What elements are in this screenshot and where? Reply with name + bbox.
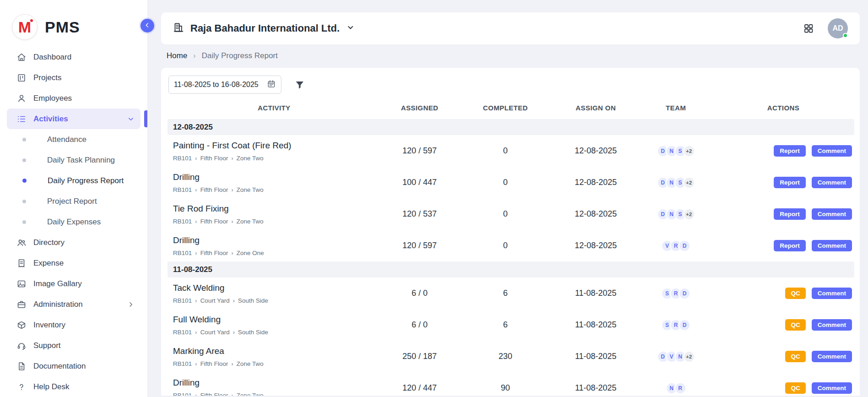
company-selector[interactable]: Raja Bahadur International Ltd. bbox=[173, 22, 355, 35]
team-more-badge: +2 bbox=[683, 351, 695, 363]
support-icon bbox=[16, 340, 27, 351]
activity-path: RB101›Court Yard›South Side bbox=[173, 329, 381, 336]
path-segment: Fifth Floor bbox=[200, 186, 228, 193]
sidebar-subitem-project-report[interactable]: Project Report bbox=[7, 191, 140, 212]
col-actions: ACTIONS bbox=[712, 104, 854, 112]
sidebar-item-directory[interactable]: Directory bbox=[7, 232, 140, 253]
sidebar-item-dashboard[interactable]: Dashboard bbox=[7, 47, 140, 67]
comment-button[interactable]: Comment bbox=[812, 288, 852, 299]
report-button[interactable]: Report bbox=[774, 240, 806, 251]
sidebar-item-projects[interactable]: Projects bbox=[7, 67, 140, 88]
sidebar-item-inventory[interactable]: Inventory bbox=[7, 315, 140, 335]
sidebar-item-label: Help Desk bbox=[33, 382, 69, 392]
activity-title: Tack Welding bbox=[173, 283, 381, 293]
actions-cell: ReportComment bbox=[712, 145, 854, 157]
team-avatar: D bbox=[679, 240, 690, 252]
calendar-icon bbox=[267, 79, 276, 90]
sidebar-subitem-daily-expenses[interactable]: Daily Expenses bbox=[7, 212, 140, 232]
activity-title: Drilling bbox=[173, 378, 381, 388]
activity-title: Drilling bbox=[173, 172, 381, 182]
sidebar-item-documentation[interactable]: Documentation bbox=[7, 356, 140, 376]
apps-grid-icon[interactable] bbox=[803, 23, 814, 34]
assign-on-value: 11-08-2025 bbox=[552, 383, 639, 393]
chevron-right-icon: › bbox=[195, 329, 197, 336]
online-status-dot bbox=[843, 33, 848, 38]
path-segment: Fifth Floor bbox=[200, 250, 228, 256]
sidebar-item-expense[interactable]: Expense bbox=[7, 253, 140, 273]
sidebar: M PMS DashboardProjectsEmployeesActiviti… bbox=[0, 0, 148, 397]
gallery-icon bbox=[16, 278, 27, 289]
sidebar-item-label: Support bbox=[33, 341, 61, 350]
report-button[interactable]: Report bbox=[774, 208, 806, 220]
assigned-value: 120 / 537 bbox=[381, 209, 458, 219]
path-segment: South Side bbox=[238, 297, 268, 304]
path-segment: RB101 bbox=[173, 186, 192, 193]
date-range-value: 11-08-2025 to 16-08-2025 bbox=[174, 81, 259, 89]
bullet-icon bbox=[22, 158, 26, 162]
sidebar-item-support[interactable]: Support bbox=[7, 335, 140, 356]
date-group-header: 11-08-2025 bbox=[167, 261, 854, 277]
sidebar-item-image-gallary[interactable]: Image Gallary bbox=[7, 273, 140, 294]
sidebar-item-label: Expense bbox=[33, 259, 64, 268]
actions-cell: QCComment bbox=[712, 351, 854, 362]
sidebar-subitem-attendance[interactable]: Attendance bbox=[7, 129, 140, 150]
content-card: 11-08-2025 to 16-08-2025 ACTIVITY ASSIGN… bbox=[161, 68, 860, 396]
sidebar-subitem-daily-task-planning[interactable]: Daily Task Planning bbox=[7, 150, 140, 170]
col-completed: COMPLETED bbox=[458, 104, 552, 112]
table-header: ACTIVITY ASSIGNED COMPLETED ASSIGN ON TE… bbox=[167, 96, 854, 119]
activity-cell: DrillingRB101›Fifth Floor›Zone Two bbox=[167, 378, 381, 396]
breadcrumb-home[interactable]: Home bbox=[167, 51, 187, 60]
sidebar-subitem-daily-progress-report[interactable]: Daily Progress Report bbox=[7, 170, 140, 191]
qc-button[interactable]: QC bbox=[785, 382, 805, 394]
documentation-icon bbox=[16, 361, 27, 372]
bullet-icon bbox=[22, 220, 26, 224]
team-more-badge: +2 bbox=[683, 208, 695, 220]
comment-button[interactable]: Comment bbox=[812, 145, 852, 157]
sidebar-subitem-label: Attendance bbox=[47, 135, 86, 144]
completed-value: 0 bbox=[458, 146, 552, 156]
chevron-right-icon: › bbox=[231, 250, 233, 256]
qc-button[interactable]: QC bbox=[785, 351, 805, 362]
activity-path: RB101›Fifth Floor›Zone Two bbox=[173, 186, 381, 193]
sidebar-item-label: Dashboard bbox=[33, 53, 71, 62]
path-segment: Court Yard bbox=[200, 297, 230, 304]
filter-icon[interactable] bbox=[294, 79, 305, 90]
completed-value: 0 bbox=[458, 241, 552, 250]
comment-button[interactable]: Comment bbox=[812, 382, 852, 394]
comment-button[interactable]: Comment bbox=[812, 351, 852, 362]
user-avatar[interactable]: AD bbox=[828, 18, 848, 38]
chevron-left-icon bbox=[144, 22, 151, 30]
team-cell: DNS+2 bbox=[639, 145, 712, 157]
sidebar-item-administration[interactable]: Administration bbox=[7, 294, 140, 315]
report-button[interactable]: Report bbox=[774, 177, 806, 188]
sidebar-submenu: AttendanceDaily Task PlanningDaily Progr… bbox=[7, 129, 140, 232]
comment-button[interactable]: Comment bbox=[812, 240, 852, 251]
comment-button[interactable]: Comment bbox=[812, 208, 852, 220]
qc-button[interactable]: QC bbox=[785, 319, 805, 331]
assigned-value: 120 / 597 bbox=[381, 241, 458, 250]
sidebar-item-label: Employees bbox=[33, 94, 72, 103]
assigned-value: 6 / 0 bbox=[381, 320, 458, 330]
comment-button[interactable]: Comment bbox=[812, 319, 852, 331]
team-cell: NR bbox=[639, 382, 712, 394]
directory-icon bbox=[16, 237, 27, 248]
sidebar-item-help-desk[interactable]: Help Desk bbox=[7, 376, 140, 397]
path-segment: RB101 bbox=[173, 329, 192, 336]
path-segment: RB101 bbox=[173, 297, 192, 304]
sidebar-item-employees[interactable]: Employees bbox=[7, 88, 140, 109]
date-range-input[interactable]: 11-08-2025 to 16-08-2025 bbox=[168, 76, 281, 94]
qc-button[interactable]: QC bbox=[785, 288, 805, 299]
assigned-value: 250 / 187 bbox=[381, 352, 458, 361]
chevron-right-icon: › bbox=[231, 155, 233, 162]
activity-path: RB101›Fifth Floor›Zone Two bbox=[173, 392, 381, 396]
sidebar-collapse-button[interactable] bbox=[140, 19, 154, 33]
activity-cell: Tie Rod FixingRB101›Fifth Floor›Zone Two bbox=[167, 204, 381, 225]
comment-button[interactable]: Comment bbox=[812, 177, 852, 188]
report-button[interactable]: Report bbox=[774, 145, 806, 157]
main-area: Raja Bahadur International Ltd. AD Home … bbox=[148, 12, 868, 397]
chevron-right-icon: › bbox=[195, 360, 197, 367]
expense-icon bbox=[16, 258, 27, 269]
chevron-right-icon: › bbox=[195, 186, 197, 193]
assign-on-value: 12-08-2025 bbox=[552, 241, 639, 250]
sidebar-item-activities[interactable]: Activities bbox=[7, 109, 140, 129]
